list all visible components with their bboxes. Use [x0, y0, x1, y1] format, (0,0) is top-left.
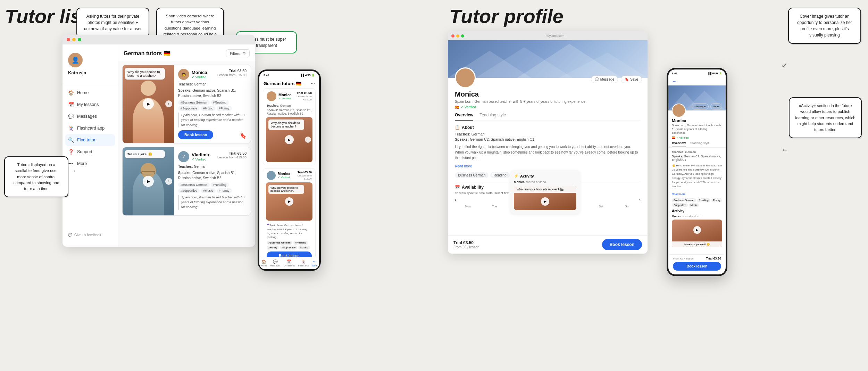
phone-monica-video[interactable]: Why did you decide to become a teacher? …: [266, 117, 312, 162]
phone-tab-teaching[interactable]: Teaching stylt: [690, 141, 709, 147]
save-icon: 🔖: [625, 77, 629, 81]
read-more-link[interactable]: Read more: [455, 164, 472, 168]
arrow-cover: ↙: [782, 61, 787, 69]
activity-title: ⚡ Activity: [514, 174, 576, 178]
sidebar-item-my-lessons[interactable]: 📅 My lessons: [62, 99, 118, 110]
message-btn[interactable]: 💬 Message: [591, 76, 618, 83]
profile-tabs: Overview Teaching style: [455, 113, 641, 121]
activity-video[interactable]: What are your favourite movies? 🎬 ▶: [514, 186, 576, 210]
phone-profile-desc: Spain born, German based teacher with 5 …: [672, 123, 722, 135]
phone-tab-overview[interactable]: Overview: [672, 141, 686, 147]
phone-book-btn[interactable]: Book lesson: [673, 262, 721, 271]
phone-monica-name2: Monica: [278, 172, 290, 176]
phone-from-price: From €6 / lesson: [673, 257, 694, 260]
phone-tutor2-avatar: [267, 171, 276, 180]
phone-tutor2-video[interactable]: Why did you decide to become a teacher? …: [266, 182, 312, 221]
right-section-title: Tutor profile: [449, 5, 564, 27]
tutor-card-vladimir: Tell us a joke! 😄 ▶ ›: [122, 147, 251, 216]
sidebar-item-support[interactable]: ❓ Support: [62, 146, 118, 158]
phone-profile-speaks: Speaks: German C2, Spanish native, Engli…: [672, 155, 722, 162]
phone-nav-home[interactable]: 🏠 Home: [261, 259, 267, 267]
phone-activity-shared: Monica shared a video: [672, 215, 722, 218]
phone-profile-avatar: [672, 104, 686, 117]
phone-play-btn[interactable]: ▶: [285, 135, 294, 144]
phone-nav-messages[interactable]: 💬 Messages: [270, 259, 281, 267]
filters-button[interactable]: Filters ⚙: [226, 49, 250, 57]
phone-share-icon[interactable]: ⋯: [311, 81, 315, 86]
profile-speaks: Speaks: German C2, Spanish native, Engli…: [455, 137, 641, 141]
monica-lesson-price: Lesson from €15.00: [217, 73, 247, 77]
profile-book-btn[interactable]: Book lesson: [602, 239, 642, 250]
phone-save-btn[interactable]: Save: [710, 104, 722, 109]
monica-quote: Spain born, German based teacher with 5 …: [178, 113, 247, 127]
next-arrow[interactable]: ›: [165, 100, 172, 107]
back-btn[interactable]: ←: [668, 77, 726, 85]
phone-about-text: 👋 Hello there! My name is Monica. I am 2…: [672, 164, 722, 189]
phone-next-arrow[interactable]: ›: [305, 137, 311, 143]
next-month-btn[interactable]: ›: [639, 198, 641, 203]
feedback-link[interactable]: 💬 Give us feedback: [62, 229, 118, 241]
profile-verified: 🇪🇸 ✓ Verified: [455, 105, 641, 109]
vladimir-verified: ✓ Verified: [192, 157, 209, 161]
flashcard-icon: 🃏: [68, 125, 74, 131]
tab-overview[interactable]: Overview: [455, 113, 473, 121]
messages-icon: 💬: [68, 114, 74, 119]
profile-url-bar: heylama.com: [466, 34, 644, 38]
vladimir-speaks: Speaks: German native, Spanish B1, Russi…: [178, 170, 247, 181]
phone-profile-verified: 🇪🇸 ✓ Verified: [672, 136, 722, 139]
tutor-card-monica: Why did you decide to become a teacher? …: [122, 65, 251, 143]
activity-play-btn[interactable]: ▶: [541, 197, 549, 206]
profile-mac-max[interactable]: [461, 34, 464, 38]
sidebar-item-home[interactable]: 🏠 Home: [62, 87, 118, 99]
phone-nav-lessons[interactable]: 📅 My lessons: [284, 259, 295, 267]
about-text: I try to find the right mix between chal…: [455, 144, 641, 161]
phone-right-status-bar: 9:41 ▐▐ WiFi 🔋: [668, 69, 726, 77]
vladimir-name: Vladimir: [192, 152, 209, 157]
prev-month-btn[interactable]: ‹: [455, 198, 456, 203]
phone-bottom-nav: 🏠 Home 💬 Messages 📅 My lessons 🃏 Flashca…: [259, 257, 319, 269]
sidebar-item-messages[interactable]: 💬 Messages: [62, 110, 118, 122]
monica-teaches: Teaches: German: [178, 82, 247, 87]
profile-teaches: Teaches: German: [455, 132, 641, 136]
about-section-title: 📋 About: [455, 125, 641, 130]
phone-activity-title: Activity: [672, 209, 722, 213]
tab-teaching-style[interactable]: Teaching style: [479, 113, 506, 121]
phone-message-btn[interactable]: Message: [692, 104, 708, 109]
sidebar-item-find-tutor[interactable]: 🔍 Find tutor: [65, 134, 115, 146]
phone-read-more[interactable]: Read more: [672, 192, 686, 196]
profile-mac-close[interactable]: [451, 34, 454, 38]
action-buttons: 💬 Message 🔖 Save: [591, 76, 642, 83]
sidebar-item-flashcard[interactable]: 🃏 Flashcard app: [62, 122, 118, 134]
desktop-mockup-left: 👤 Katrusja 🏠 Home 📅 My lessons 💬 Message…: [62, 35, 255, 247]
save-btn[interactable]: 🔖 Save: [621, 76, 642, 83]
list-title: German tutors 🇩🇪: [124, 50, 170, 57]
phone-trial-price: Trial €3.50: [706, 257, 721, 260]
vladimir-video-thumb[interactable]: Tell us a joke! 😄 ▶ ›: [123, 147, 174, 215]
phone-right-time: 9:41: [672, 72, 677, 75]
profile-price-info: Trial €3.50 From €6 / lesson: [453, 240, 479, 249]
book-lesson-btn-monica[interactable]: Book lesson: [178, 130, 213, 139]
callout-cover: Cover image gives tutor an opportunity t…: [788, 8, 861, 44]
phone-list-title: German tutors 🇩🇪: [264, 81, 301, 86]
find-tutor-icon: 🔍: [68, 137, 74, 143]
mac-close[interactable]: [67, 38, 70, 41]
monica-video-thumb[interactable]: Why did you decide to become a teacher? …: [123, 65, 174, 143]
phone-activity-video[interactable]: Introduce yourself! 😊 ▶: [672, 220, 722, 247]
mac-minimize[interactable]: [72, 38, 76, 41]
callout-photos: Asking tutors for their private photos m…: [76, 8, 149, 38]
phone-activity-play[interactable]: ▶: [693, 226, 701, 234]
phone-nav-more[interactable]: ⋯ More: [312, 259, 318, 267]
monica-speaks: Speaks: German native, Spanish B1, Russi…: [178, 88, 247, 98]
phone-tutor-card-monica: Monica ✓ Verified Trial €3.50 Lesson fro…: [263, 88, 316, 165]
phone-nav-flashcards[interactable]: 🃏 Flashcards: [298, 259, 309, 267]
profile-mac-min[interactable]: [456, 34, 459, 38]
arrow-scrollable: →: [69, 167, 76, 175]
support-icon: ❓: [68, 149, 74, 155]
phone-activity: Activity Monica shared a video Introduce…: [672, 209, 722, 247]
home-icon: 🏠: [68, 90, 74, 96]
phone-monica-verified: ✓ Verified: [278, 97, 292, 100]
activity-section: ⚡ Activity Monica shared a video What ar…: [510, 170, 580, 214]
mac-maximize[interactable]: [78, 38, 81, 41]
vladimir-next-arrow[interactable]: ›: [165, 178, 172, 185]
bookmark-icon-monica[interactable]: 🔖: [240, 132, 247, 139]
